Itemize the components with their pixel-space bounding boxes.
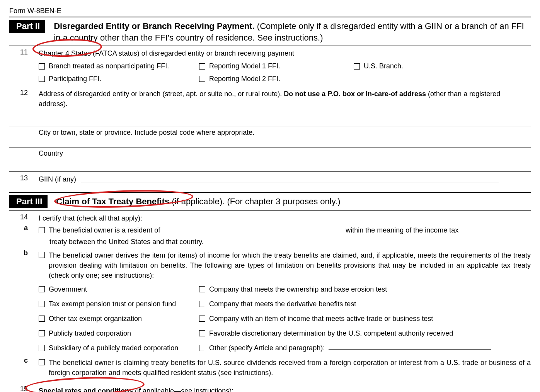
checkbox-lob-pension[interactable] [39,301,45,307]
line-14c-label: c [9,356,33,365]
label-nonparticipating-ffi: Branch treated as nonparticipating FFI. [49,61,169,71]
label-model1-ffi: Reporting Model 1 FFI. [209,61,280,71]
checkbox-nonparticipating-ffi[interactable] [39,63,45,70]
lob-other-input-line[interactable] [329,349,491,350]
text-14a-pre: The beneficial owner is a resident of [49,225,160,235]
line-11-text: Chapter 4 Status (FATCA status) of disre… [33,48,531,58]
line-11-content: Chapter 4 Status (FATCA status) of disre… [33,48,531,85]
label-lob-ownership: Company that meets the ownership and bas… [209,284,387,294]
label-lob-government: Government [49,284,87,294]
checkbox-lob-other[interactable] [199,345,205,351]
checkbox-lob-subsidiary[interactable] [39,345,45,351]
part-2-badge: Part II [9,20,45,33]
line-14c: c The beneficial owner is claiming treat… [9,354,531,380]
line-15-number: 15 [9,385,33,392]
residence-country-input-line[interactable] [164,232,342,232]
label-lob-other: Other (specify Article and paragraph): [209,343,325,353]
line-14b-label: b [9,249,33,257]
checkbox-model2-ffi[interactable] [199,76,205,82]
checkbox-lob-favorable[interactable] [199,330,205,336]
lob-grid: Government Company that meets the owners… [39,283,531,354]
checkbox-14c[interactable] [39,359,45,365]
line-14b: b The beneficial owner derives the item … [9,247,531,354]
form-page: Form W-8BEN-E Part II Disregarded Entity… [9,7,531,392]
line-12: 12 Address of disregarded entity or bran… [9,87,531,109]
line-11-number: 11 [9,48,33,56]
text-14a-post: within the meaning of the income tax [346,225,458,235]
label-model2-ffi: Reporting Model 2 FFI. [209,74,280,84]
checkbox-14b[interactable] [39,252,45,258]
part-3-title: Claim of Tax Treaty Benefits (if applica… [56,196,531,207]
part-3-badge: Part III [9,195,48,208]
line-12-address-block [9,109,531,127]
form-title: Form W-8BEN-E [9,7,531,15]
label-lob-active-trade: Company with an item of income that meet… [209,314,433,324]
label-lob-pension: Tax exempt pension trust or pension fund [49,299,176,309]
checkbox-lob-government[interactable] [39,286,45,292]
line-12-number: 12 [9,89,33,97]
text-14b: The beneficial owner derives the item (o… [49,250,531,280]
line-14a-label: a [9,224,33,232]
address-input-area[interactable] [33,109,531,127]
line-14-intro: I certify that (check all that apply): [33,213,531,223]
part-3-header: Part III Claim of Tax Treaty Benefits (i… [9,192,531,211]
text-14a-line2: treaty between the United States and tha… [33,237,531,247]
label-us-branch: U.S. Branch. [364,61,403,71]
part-2-title: Disregarded Entity or Branch Receiving P… [54,20,531,43]
checkbox-lob-public-corp[interactable] [39,330,45,336]
checkbox-lob-ownership[interactable] [199,286,205,292]
checkbox-lob-other-exempt[interactable] [39,316,45,322]
text-14c: The beneficial owner is claiming treaty … [49,358,531,378]
city-label: City or town, state or province. Include… [33,127,531,148]
checkbox-lob-active-trade[interactable] [199,316,205,322]
part-2-header: Part II Disregarded Entity or Branch Rec… [9,17,531,46]
checkbox-us-branch[interactable] [354,63,360,70]
giin-input-line[interactable] [81,183,499,183]
line-13-number: 13 [9,174,33,182]
checkbox-participating-ffi[interactable] [39,76,45,82]
label-lob-favorable: Favorable discretionary determination by… [209,328,453,338]
label-participating-ffi: Participating FFI. [49,74,101,84]
country-label: Country [33,148,531,171]
line-11: 11 Chapter 4 Status (FATCA status) of di… [9,46,531,86]
line-14a: a The beneficial owner is a resident of … [9,223,531,247]
line-13-content: GIIN (if any) [33,174,531,184]
checkbox-model1-ffi[interactable] [199,63,205,70]
line-13: 13 GIIN (if any) [9,172,531,191]
line-14: 14 I certify that (check all that apply)… [9,211,531,223]
checkbox-lob-derivative[interactable] [199,301,205,307]
line-12-content: Address of disregarded entity or branch … [33,89,531,109]
label-lob-subsidiary: Subsidiary of a publicly traded corporat… [49,343,178,353]
checkbox-14a[interactable] [39,227,45,233]
line-15: 15 Special rates and conditions (if appl… [9,383,531,392]
line-15-content: Special rates and conditions (if applica… [33,385,531,392]
label-lob-public-corp: Publicly traded corporation [49,328,131,338]
label-lob-other-exempt: Other tax exempt organization [49,314,142,324]
label-lob-derivative: Company that meets the derivative benefi… [209,299,356,309]
line-14-number: 14 [9,213,33,221]
